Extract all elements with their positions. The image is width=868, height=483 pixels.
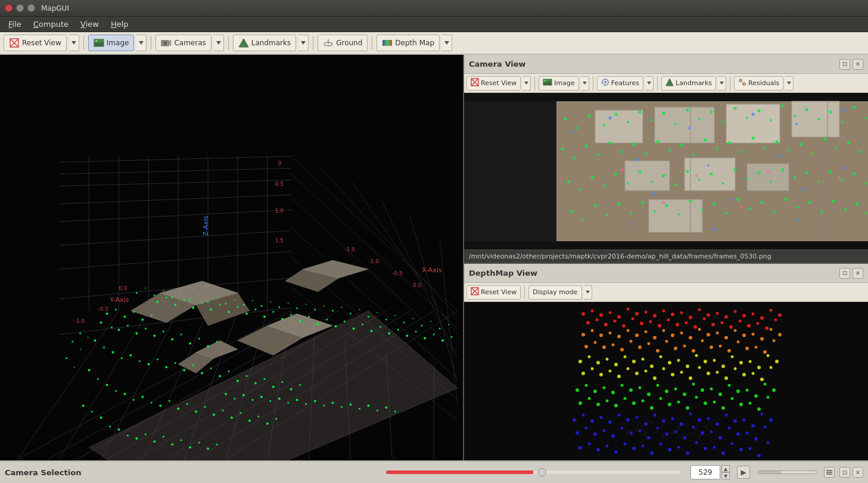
svg-point-129: [281, 381, 283, 383]
svg-point-309: [662, 112, 665, 115]
cam-image-dropdown[interactable]: [581, 76, 589, 91]
play-button[interactable]: ▶: [737, 466, 750, 479]
cam-image-button[interactable]: Image: [539, 76, 578, 91]
menu-help[interactable]: Help: [105, 18, 135, 30]
svg-text:0.5: 0.5: [275, 181, 284, 187]
svg-point-312: [698, 118, 701, 120]
svg-point-700: [707, 434, 711, 438]
svg-point-615: [582, 414, 585, 417]
cameras-dropdown[interactable]: [214, 35, 224, 51]
svg-point-331: [609, 142, 612, 145]
svg-point-585: [718, 392, 722, 396]
svg-point-421: [621, 169, 624, 172]
cam-sel-restore-button[interactable]: ⊡: [839, 467, 850, 478]
svg-point-190: [314, 309, 316, 310]
svg-point-395: [761, 201, 764, 204]
frame-increment-button[interactable]: ▲: [721, 465, 730, 472]
svg-point-252: [278, 397, 281, 400]
svg-point-304: [603, 124, 605, 126]
camera-view-restore-button[interactable]: ⊡: [839, 59, 850, 70]
cam-features-button[interactable]: Features: [597, 76, 643, 91]
svg-point-493: [707, 333, 710, 336]
menu-compute[interactable]: Compute: [27, 18, 74, 30]
camera-view-close-button[interactable]: ✕: [853, 59, 863, 70]
cam-sep1: [534, 76, 535, 91]
cam-landmarks-dropdown[interactable]: [718, 76, 726, 91]
svg-marker-279: [647, 82, 651, 85]
svg-point-677: [739, 448, 743, 451]
svg-point-327: [561, 148, 564, 151]
depth-map-button[interactable]: Depth Map: [377, 35, 440, 51]
svg-point-205: [448, 324, 449, 325]
svg-point-176: [189, 299, 191, 301]
depth-display-mode-dropdown[interactable]: [584, 285, 592, 300]
volume-slider[interactable]: [757, 470, 817, 474]
ground-button[interactable]: Ground: [318, 35, 368, 51]
svg-point-639: [593, 432, 597, 436]
cam-residuals-dropdown[interactable]: [785, 76, 794, 91]
camera-slider-thumb[interactable]: [538, 468, 546, 476]
svg-point-449: [716, 312, 719, 315]
frame-decrement-button[interactable]: ▼: [721, 472, 730, 479]
reset-view-dropdown[interactable]: [69, 35, 79, 51]
svg-point-153: [275, 418, 277, 420]
svg-point-501: [778, 333, 782, 336]
svg-point-151: [257, 416, 259, 417]
frame-number-input[interactable]: 529: [690, 465, 720, 479]
svg-point-96: [117, 329, 120, 331]
svg-point-90: [123, 316, 126, 318]
cam-sel-close-button[interactable]: ✕: [853, 467, 863, 478]
svg-point-437: [609, 311, 612, 314]
depth-map-dropdown[interactable]: [442, 35, 452, 51]
svg-point-235: [415, 331, 417, 332]
svg-point-92: [141, 319, 144, 321]
svg-point-509: [648, 342, 651, 345]
svg-point-668: [659, 443, 662, 445]
cam-landmarks-button[interactable]: Landmarks: [661, 76, 716, 91]
landmarks-dropdown[interactable]: [298, 35, 309, 51]
cam-features-dropdown[interactable]: [645, 76, 654, 91]
close-button[interactable]: [5, 4, 13, 12]
svg-point-256: [314, 400, 316, 402]
svg-point-577: [647, 392, 651, 396]
camera-options-button[interactable]: [824, 467, 835, 478]
svg-point-306: [627, 121, 629, 123]
image-button[interactable]: Image: [88, 35, 135, 51]
svg-point-572: [603, 387, 606, 389]
svg-point-638: [585, 427, 588, 430]
svg-point-481: [599, 334, 603, 337]
svg-point-579: [665, 389, 668, 393]
svg-point-608: [721, 406, 725, 410]
cam-reset-view-dropdown[interactable]: [522, 76, 531, 91]
reset-view-button[interactable]: Reset View: [4, 35, 67, 51]
minimize-button[interactable]: [16, 4, 24, 12]
svg-point-139: [151, 402, 153, 404]
cam-reset-view-button[interactable]: Reset View: [466, 76, 521, 91]
svg-point-193: [341, 307, 343, 308]
svg-point-434: [581, 312, 585, 316]
depth-display-mode-button[interactable]: Display mode: [528, 285, 581, 300]
svg-point-315: [734, 107, 737, 110]
svg-point-148: [231, 416, 233, 419]
landmarks-button[interactable]: Landmarks: [233, 35, 296, 51]
depthmap-restore-button[interactable]: ⊡: [839, 268, 850, 279]
image-dropdown[interactable]: [136, 35, 147, 51]
svg-point-202: [421, 325, 423, 326]
camera-slider[interactable]: [386, 470, 681, 474]
svg-text:-0.5: -0.5: [98, 306, 109, 312]
svg-rect-297: [747, 164, 789, 191]
menu-file[interactable]: File: [2, 18, 27, 30]
cam-residuals-button[interactable]: Residuals: [734, 76, 783, 91]
menu-view[interactable]: View: [74, 18, 105, 30]
svg-marker-12: [301, 41, 306, 45]
maximize-button[interactable]: [27, 4, 35, 12]
svg-point-152: [266, 422, 269, 425]
svg-point-244: [66, 357, 67, 359]
3d-view[interactable]: Z-Axis 0 0.5 1.0 1.5 X-Axis 0.0 -0.5 -1.…: [0, 55, 464, 460]
cameras-button[interactable]: Cameras: [155, 35, 211, 51]
depthmap-close-button[interactable]: ✕: [853, 268, 863, 279]
depth-reset-view-button[interactable]: Reset View: [466, 285, 521, 300]
separator: [83, 36, 84, 50]
svg-point-604: [686, 406, 689, 410]
svg-point-342: [740, 151, 742, 153]
